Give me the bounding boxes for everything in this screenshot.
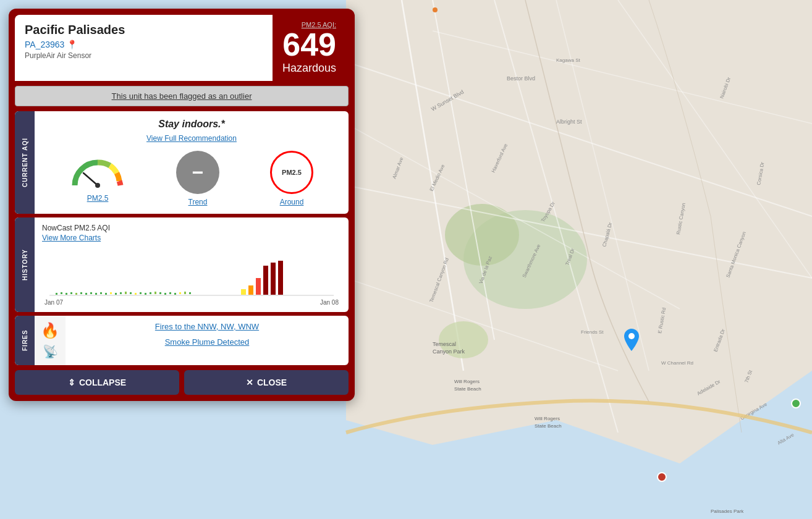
station-name: Pacific Palisades: [25, 22, 263, 37]
svg-line-48: [83, 173, 98, 185]
collapse-icon: ⇕: [68, 378, 75, 387]
svg-point-49: [95, 183, 100, 188]
svg-rect-65: [130, 292, 132, 294]
around-gauge-item: PM2.5 Around: [270, 151, 313, 206]
pm25-gauge-item: PM2.5: [70, 154, 125, 203]
svg-rect-76: [184, 292, 186, 294]
around-circle: PM2.5: [270, 151, 313, 194]
svg-rect-70: [154, 292, 156, 294]
aqi-value: 649: [282, 28, 336, 61]
map-pin-red[interactable]: [657, 472, 667, 482]
svg-rect-57: [90, 292, 92, 294]
svg-rect-56: [85, 293, 87, 295]
svg-rect-66: [135, 293, 137, 295]
view-recommendation-link[interactable]: View Full Recommendation: [146, 134, 237, 143]
map-pin-green[interactable]: [791, 399, 801, 408]
svg-text:State Beach: State Beach: [454, 386, 481, 392]
svg-rect-69: [150, 292, 151, 294]
svg-text:Bestor Blvd: Bestor Blvd: [507, 75, 535, 82]
close-icon: ✕: [246, 378, 253, 387]
fires-label: FIRES: [15, 316, 35, 365]
svg-rect-54: [75, 293, 77, 295]
svg-rect-83: [278, 261, 283, 295]
fires-link-smoke[interactable]: Smoke Plume Detected: [165, 337, 250, 347]
svg-rect-82: [271, 263, 276, 295]
svg-rect-80: [256, 278, 261, 295]
chart-title: NowCast PM2.5 AQI: [42, 224, 341, 232]
pm25-label[interactable]: PM2.5: [87, 194, 109, 203]
current-aqi-label: CURRENT AQI: [15, 111, 35, 214]
svg-rect-61: [110, 292, 112, 294]
pm25-gauge-svg: [70, 154, 125, 190]
station-id-link[interactable]: PA_23963 📍: [25, 40, 77, 49]
trend-gauge-item: − Trend: [176, 151, 219, 206]
svg-rect-63: [120, 292, 122, 294]
svg-rect-51: [61, 292, 62, 294]
svg-rect-53: [70, 292, 72, 294]
action-buttons: ⇕ COLLAPSE ✕ CLOSE: [15, 370, 349, 395]
date-left: Jan 07: [44, 299, 63, 306]
gauges-row: PM2.5 − Trend PM2.5 Around: [44, 151, 339, 206]
history-section: HISTORY NowCast PM2.5 AQI View More Char…: [15, 217, 349, 312]
svg-rect-74: [174, 293, 176, 295]
svg-rect-73: [169, 292, 171, 294]
fires-link-directions[interactable]: Fires to the NNW, NW, WNW: [155, 322, 259, 331]
svg-rect-71: [159, 292, 161, 294]
svg-rect-50: [56, 293, 57, 295]
svg-rect-59: [100, 292, 102, 294]
svg-rect-81: [263, 266, 268, 295]
trend-circle: −: [176, 151, 219, 194]
trend-label[interactable]: Trend: [188, 198, 208, 206]
svg-rect-77: [189, 292, 191, 294]
svg-rect-79: [248, 285, 253, 295]
svg-rect-52: [66, 293, 67, 295]
chart-svg: [42, 247, 341, 297]
view-recommendation[interactable]: View Full Recommendation: [44, 132, 339, 143]
svg-rect-55: [80, 292, 82, 294]
history-label: HISTORY: [15, 217, 35, 312]
svg-rect-62: [115, 293, 117, 295]
collapse-button[interactable]: ⇕ COLLAPSE: [15, 370, 179, 395]
station-type: PurpleAir Air Sensor: [25, 51, 263, 60]
view-more-charts-link[interactable]: View More Charts: [42, 234, 341, 242]
current-aqi-content: Stay indoors.* View Full Recommendation: [35, 111, 349, 214]
svg-text:Palisades Park: Palisades Park: [711, 508, 744, 514]
svg-rect-72: [164, 293, 166, 295]
satellite-icon: 📡: [43, 344, 58, 359]
svg-point-47: [628, 333, 635, 339]
aqi-status: Hazardous: [282, 62, 336, 75]
pin-icon: 📍: [67, 40, 77, 49]
svg-rect-60: [105, 293, 107, 295]
info-panel: Pacific Palisades PA_23963 📍 PurpleAir A…: [9, 9, 355, 401]
date-right: Jan 08: [320, 299, 339, 306]
svg-rect-78: [241, 289, 246, 295]
svg-text:Albright St: Albright St: [556, 119, 582, 125]
chart-dates: Jan 07 Jan 08: [42, 299, 341, 306]
map-pin-blue[interactable]: [624, 329, 639, 353]
svg-rect-68: [145, 293, 146, 295]
chart-area: NowCast PM2.5 AQI View More Charts: [35, 217, 349, 312]
current-aqi-section: CURRENT AQI Stay indoors.* View Full Rec…: [15, 111, 349, 214]
svg-rect-67: [140, 292, 142, 294]
fires-content: Fires to the NNW, NW, WNW Smoke Plume De…: [66, 316, 349, 365]
panel-header: Pacific Palisades PA_23963 📍 PurpleAir A…: [15, 15, 349, 81]
svg-rect-75: [179, 292, 181, 294]
svg-text:Kagawa St: Kagawa St: [556, 57, 580, 63]
svg-text:State Beach: State Beach: [535, 423, 562, 429]
svg-text:Will Rogers: Will Rogers: [535, 416, 560, 421]
svg-rect-58: [95, 293, 97, 295]
station-info: Pacific Palisades PA_23963 📍 PurpleAir A…: [15, 15, 273, 81]
fire-icon: 🔥: [41, 322, 59, 339]
svg-text:Friends St: Friends St: [581, 329, 604, 335]
svg-text:Canyon Park: Canyon Park: [433, 348, 465, 355]
svg-text:Temescal: Temescal: [433, 341, 456, 347]
svg-rect-64: [125, 292, 127, 294]
recommendation-text: Stay indoors.*: [44, 119, 339, 130]
svg-text:Will Rogers: Will Rogers: [454, 379, 480, 384]
outlier-banner[interactable]: This unit has been flagged as an outlier: [15, 86, 349, 106]
around-label[interactable]: Around: [280, 198, 304, 206]
fires-section: FIRES 🔥 📡 Fires to the NNW, NW, WNW Smok…: [15, 316, 349, 365]
svg-text:W Channel Rd: W Channel Rd: [661, 360, 693, 366]
aqi-display: PM2.5 AQI: 649 Hazardous: [273, 15, 349, 81]
close-button[interactable]: ✕ CLOSE: [184, 370, 349, 395]
